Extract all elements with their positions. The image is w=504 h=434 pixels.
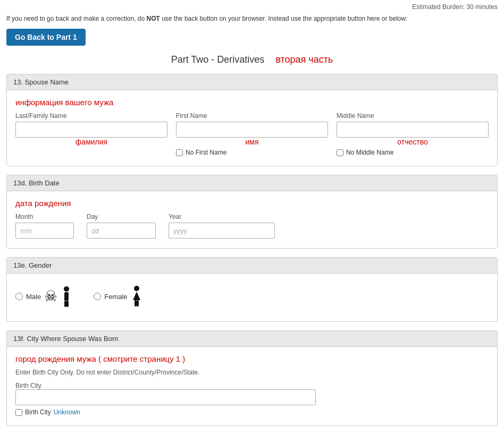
go-back-button[interactable]: Go Back to Part 1 xyxy=(6,29,86,46)
page-title: Part Two - Derivatives вторая часть xyxy=(0,54,504,65)
last-name-label: Last/Family Name xyxy=(15,112,167,120)
svg-rect-2 xyxy=(64,301,66,307)
month-input[interactable] xyxy=(15,223,74,239)
year-group: Year xyxy=(169,213,275,239)
male-radio[interactable] xyxy=(15,293,23,300)
day-group: Day xyxy=(87,213,156,239)
first-name-label: First Name xyxy=(176,112,328,120)
last-name-annotation: фамилия xyxy=(15,138,167,146)
male-icon: ☠ xyxy=(44,289,57,304)
unknown-text: Unknown xyxy=(54,409,80,416)
svg-rect-1 xyxy=(64,292,69,301)
year-input[interactable] xyxy=(169,223,275,239)
birth-city-annotation: город рождения мужа ( смотрите страницу … xyxy=(15,354,489,363)
female-option[interactable]: Female xyxy=(94,285,142,308)
female-radio[interactable] xyxy=(94,293,101,300)
svg-rect-6 xyxy=(135,300,137,307)
svg-rect-7 xyxy=(137,300,139,307)
birth-city-label: Birth City xyxy=(15,382,41,389)
svg-marker-5 xyxy=(133,292,140,300)
svg-point-4 xyxy=(134,286,139,291)
male-figure-icon xyxy=(61,286,72,307)
first-name-input[interactable] xyxy=(176,122,328,138)
female-figure-icon xyxy=(131,285,142,308)
no-first-name-label[interactable]: No First Name xyxy=(176,149,328,156)
spouse-name-section: 13. Spouse Name информация вашего мужа L… xyxy=(6,74,498,166)
birth-city-input[interactable] xyxy=(15,389,316,405)
spouse-name-header: 13. Spouse Name xyxy=(7,74,497,90)
year-label: Year xyxy=(169,213,275,220)
estimated-burden: Estimated Burden: 30 minutes xyxy=(0,0,504,13)
gender-section: 13e. Gender Male ☠ Female xyxy=(6,257,498,322)
birth-date-header: 13d. Birth Date xyxy=(7,175,497,191)
birth-city-unknown-label[interactable]: Birth City Unknown xyxy=(15,409,489,416)
middle-name-label: Middle Name xyxy=(337,112,489,120)
no-middle-name-checkbox[interactable] xyxy=(337,149,343,156)
last-name-group: Last/Family Name фамилия xyxy=(15,112,167,146)
no-first-name-checkbox[interactable] xyxy=(176,149,183,156)
birth-city-hint: Enter Birth City Only. Do not enter Dist… xyxy=(15,369,489,376)
middle-name-annotation: отчество xyxy=(337,138,489,146)
day-input[interactable] xyxy=(87,223,156,239)
warning-text: If you need to go back and make a correc… xyxy=(0,13,504,27)
gender-header: 13e. Gender xyxy=(7,258,497,274)
day-label: Day xyxy=(87,213,156,220)
birth-city-header: 13f. City Where Spouse Was Born xyxy=(7,331,497,347)
middle-name-group: Middle Name отчество No Middle Name xyxy=(337,112,489,156)
birth-city-unknown-checkbox[interactable] xyxy=(15,409,22,416)
birth-city-section: 13f. City Where Spouse Was Born город ро… xyxy=(6,330,498,426)
month-group: Month xyxy=(15,213,74,239)
spouse-name-annotation: информация вашего мужа xyxy=(15,98,489,107)
first-name-annotation: имя xyxy=(176,138,328,146)
month-label: Month xyxy=(15,213,74,220)
birth-date-annotation: дата рождения xyxy=(15,199,489,208)
svg-rect-3 xyxy=(66,301,69,307)
first-name-group: First Name имя No First Name xyxy=(176,112,328,156)
last-name-input[interactable] xyxy=(15,122,167,138)
male-option[interactable]: Male ☠ xyxy=(15,286,72,307)
birth-date-section: 13d. Birth Date дата рождения Month Day … xyxy=(6,175,498,249)
middle-name-input[interactable] xyxy=(337,122,489,138)
svg-point-0 xyxy=(64,286,69,292)
no-middle-name-label[interactable]: No Middle Name xyxy=(337,149,489,156)
